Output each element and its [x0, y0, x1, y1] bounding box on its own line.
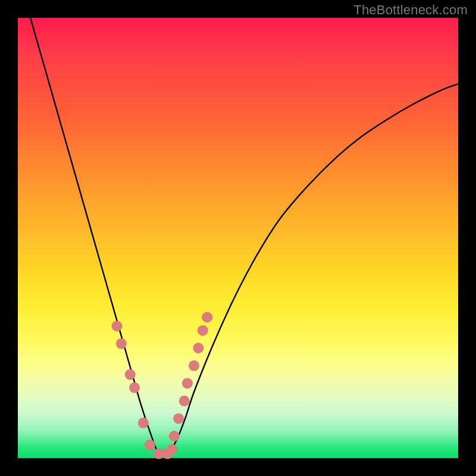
curve-marker [169, 431, 180, 441]
outer-frame: TheBottleneck.com [0, 0, 476, 476]
chart-svg [18, 18, 458, 458]
plot-area [18, 18, 458, 458]
marker-group [112, 312, 213, 459]
curve-marker [145, 440, 155, 450]
curve-marker [138, 418, 149, 428]
curve-marker [189, 361, 199, 371]
curve-marker [116, 339, 127, 349]
curve-marker [179, 396, 190, 406]
curve-marker [202, 312, 212, 322]
curve-marker [193, 343, 203, 353]
curve-marker [125, 369, 136, 380]
curve-marker [167, 444, 177, 455]
curve-marker [198, 325, 208, 336]
bottleneck-curve [18, 0, 458, 456]
curve-marker [173, 413, 184, 424]
curve-marker [112, 321, 123, 331]
watermark-text: TheBottleneck.com [353, 2, 468, 18]
curve-marker [129, 383, 140, 393]
curve-marker [182, 378, 193, 389]
